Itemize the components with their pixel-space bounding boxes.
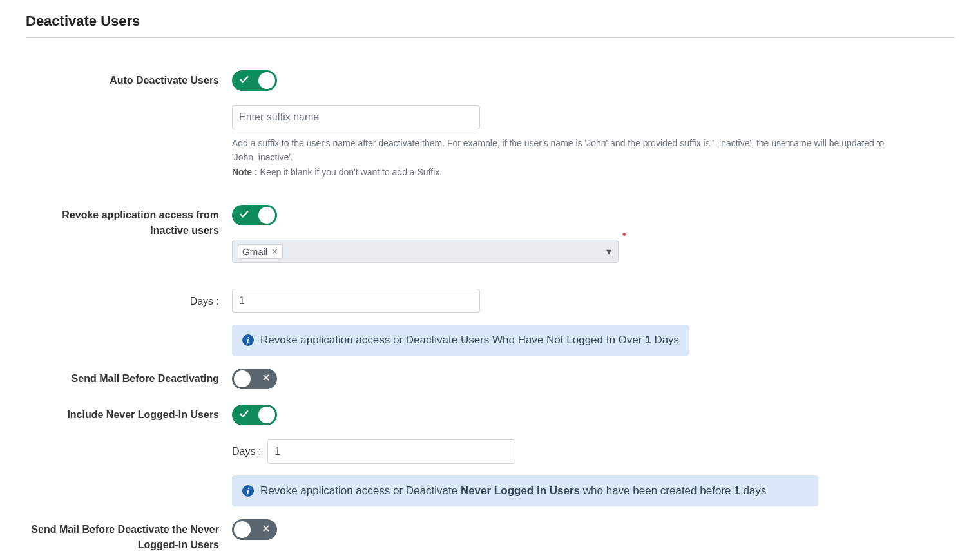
row-days: Days : i Revoke application access or De… <box>26 289 954 356</box>
toggle-send-mail-before[interactable] <box>232 369 277 389</box>
toggle-auto-deactivate[interactable] <box>232 70 277 91</box>
toggle-knob <box>234 370 251 387</box>
info-revoke-days: i Revoke application access or Deactivat… <box>232 325 689 356</box>
suffix-input[interactable] <box>232 105 480 129</box>
app-chip-gmail: Gmail ✕ <box>238 244 283 259</box>
label-auto-deactivate: Auto Deactivate Users <box>26 70 232 88</box>
suffix-note-text: Keep it blank if you don't want to add a… <box>258 167 443 177</box>
label-never-days: Days : <box>232 446 261 457</box>
label-revoke-access: Revoke application access from Inactive … <box>26 205 232 238</box>
days-input[interactable] <box>232 289 480 313</box>
app-multiselect[interactable]: Gmail ✕ ▾ <box>232 240 619 263</box>
row-revoke-access: Revoke application access from Inactive … <box>26 205 954 263</box>
info-never-logged: i Revoke application access or Deactivat… <box>232 475 818 506</box>
row-include-never-logged: Include Never Logged-In Users Days : i R… <box>26 405 954 506</box>
info2-mid: who have been created before <box>580 484 734 497</box>
suffix-note-label: Note : <box>232 167 258 177</box>
suffix-help-text: Add a suffix to the user's name after de… <box>232 138 884 162</box>
label-send-mail-before: Send Mail Before Deactivating <box>26 369 232 387</box>
check-icon <box>238 208 250 222</box>
label-include-never-logged: Include Never Logged-In Users <box>26 405 232 423</box>
required-indicator: • <box>622 228 626 242</box>
toggle-include-never-logged[interactable] <box>232 405 277 425</box>
row-send-mail-before: Send Mail Before Deactivating <box>26 369 954 392</box>
info2-bold1: Never Logged in Users <box>461 484 580 497</box>
toggle-knob <box>258 207 275 224</box>
never-days-input[interactable] <box>267 439 515 464</box>
info2-bold2: 1 <box>734 484 740 497</box>
close-icon <box>262 524 271 535</box>
label-send-mail-never: Send Mail Before Deactivate the Never Lo… <box>26 519 232 553</box>
info-text-prefix: Revoke application access or Deactivate … <box>260 334 645 346</box>
label-days: Days : <box>26 289 232 309</box>
toggle-knob <box>258 72 275 89</box>
info-text-bold: 1 <box>645 334 651 346</box>
page-title: Deactivate Users <box>26 13 954 38</box>
close-icon <box>262 373 271 385</box>
chevron-down-icon: ▾ <box>606 245 611 258</box>
check-icon <box>238 73 250 88</box>
toggle-knob <box>234 521 251 538</box>
row-send-mail-never: Send Mail Before Deactivate the Never Lo… <box>26 519 954 553</box>
toggle-knob <box>258 407 275 423</box>
app-chip-label: Gmail <box>242 246 267 257</box>
chip-remove-icon[interactable]: ✕ <box>271 247 278 256</box>
info-icon: i <box>242 485 254 497</box>
info2-suffix: days <box>740 484 767 497</box>
toggle-revoke-access[interactable] <box>232 205 277 225</box>
info-text-suffix: Days <box>651 334 679 346</box>
info2-prefix: Revoke application access or Deactivate <box>260 484 461 497</box>
row-auto-deactivate: Auto Deactivate Users Add a suffix to th… <box>26 70 954 179</box>
suffix-help: Add a suffix to the user's name after de… <box>232 136 941 179</box>
toggle-send-mail-never[interactable] <box>232 519 277 540</box>
info-icon: i <box>242 334 254 346</box>
check-icon <box>238 408 250 422</box>
